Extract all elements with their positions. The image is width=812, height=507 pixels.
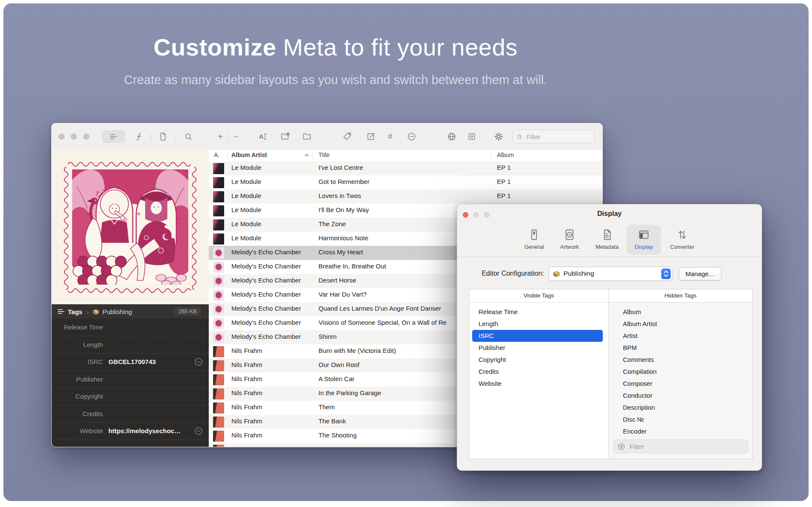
visible-tag-item[interactable]: Copyright <box>469 354 608 366</box>
track-artist: Nils Frahm <box>231 361 310 368</box>
hidden-tag-item[interactable]: Artist <box>609 330 752 342</box>
visible-tag-item[interactable]: ISRC <box>472 330 603 342</box>
folder-icon[interactable] <box>302 131 312 142</box>
toolbar-separator <box>151 133 151 140</box>
column-header-album-artist[interactable]: Album Artist <box>231 152 267 158</box>
panel-headers: Visible Tags Hidden Tags <box>469 289 752 303</box>
toolbar-filter-input[interactable] <box>526 133 583 141</box>
tags-filter-field[interactable] <box>613 440 748 453</box>
hidden-tags-header: Hidden Tags <box>609 292 752 299</box>
remove-tag-icon[interactable] <box>406 131 417 142</box>
album-art-thumb <box>213 346 224 357</box>
tag-field-label: Publisher <box>52 376 103 383</box>
hidden-tag-item[interactable]: Album Artist <box>609 318 752 330</box>
breadcrumb-root[interactable]: Tags <box>68 308 82 315</box>
tag-field-row[interactable]: ISRC GBCEL1700743 <box>52 353 209 371</box>
hidden-tag-item[interactable]: Encoder <box>609 425 752 437</box>
package-icon <box>553 270 560 277</box>
tag-field-label: Credits <box>52 410 103 417</box>
search-icon[interactable] <box>183 131 193 142</box>
document-icon[interactable] <box>158 131 168 142</box>
column-header-album[interactable]: Album <box>497 152 514 158</box>
hero-text: Customize Meta to fit your needs Create … <box>0 33 671 87</box>
visible-tag-item[interactable]: Release Time <box>469 306 608 318</box>
breadcrumb-current[interactable]: Publishing <box>102 308 132 315</box>
hidden-tag-item[interactable]: Compilation <box>609 366 752 378</box>
remove-tag-icon[interactable] <box>194 427 203 435</box>
remove-tag-icon[interactable] <box>194 358 203 366</box>
tag-icon[interactable] <box>342 131 353 142</box>
hidden-tags-list: AlbumAlbum ArtistArtistBPMCommentsCompil… <box>609 306 752 437</box>
zoom-button[interactable] <box>83 134 89 140</box>
sidebar-layout-icon <box>108 131 119 142</box>
tab-label: Metadata <box>590 244 624 250</box>
table-row[interactable]: Le Module Got to Remember EP 1 <box>209 175 603 189</box>
tab-metadata[interactable]: Metadata <box>590 225 624 255</box>
track-artist: Nils Frahm <box>231 389 310 396</box>
artwork-disc-icon <box>563 228 576 241</box>
hidden-tag-item[interactable]: BPM <box>609 342 752 354</box>
track-artist: Melody's Echo Chamber <box>231 291 310 298</box>
track-title: Lovers in Twos <box>318 192 491 199</box>
settings-icon[interactable] <box>494 131 504 142</box>
dropdown-stepper[interactable] <box>661 268 671 279</box>
visible-tag-item[interactable]: Length <box>469 318 608 330</box>
table-row[interactable]: Le Module Lovers in Twos EP 1 <box>209 189 603 204</box>
tags-filter-input[interactable] <box>629 443 733 451</box>
hidden-tag-item[interactable]: Comments <box>609 354 752 366</box>
hidden-tag-item[interactable]: Conductor <box>609 390 752 402</box>
visible-tag-item[interactable]: Website <box>469 378 608 390</box>
visible-tag-item[interactable]: Credits <box>469 366 608 378</box>
tab-artwork[interactable]: Artwork <box>552 225 587 255</box>
tab-converter[interactable]: Converter <box>665 225 699 255</box>
track-album: EP 1 <box>497 192 597 199</box>
tag-field-row[interactable]: Copyright <box>52 388 209 405</box>
tag-field-row[interactable]: Length <box>52 336 209 354</box>
track-number-icon[interactable]: # <box>385 131 395 142</box>
album-art-thumb <box>213 233 224 245</box>
track-artist: Nils Frahm <box>231 403 310 411</box>
tab-display[interactable]: Display <box>627 225 661 255</box>
edit-icon[interactable] <box>366 131 376 142</box>
tag-field-row[interactable]: Release Time <box>52 319 209 336</box>
minimize-button[interactable] <box>71 134 77 140</box>
track-artist: Nils Frahm <box>231 347 310 354</box>
page-subtitle: Create as many sidebar layouts as you wi… <box>0 73 671 87</box>
add-icon[interactable]: + <box>215 131 225 142</box>
column-divider[interactable] <box>312 152 313 160</box>
hidden-tag-item[interactable]: Album <box>609 306 752 318</box>
new-folder-icon[interactable] <box>280 131 290 142</box>
tab-general[interactable]: General <box>517 225 551 255</box>
column-divider[interactable] <box>491 152 491 160</box>
hidden-tag-item[interactable]: Description <box>609 402 752 414</box>
remove-icon[interactable]: − <box>231 131 241 142</box>
toolbar-filter-field[interactable] <box>513 130 595 143</box>
tag-field-row[interactable]: Publisher <box>52 371 209 388</box>
web-icon[interactable] <box>447 131 457 142</box>
rename-icon[interactable]: A <box>258 131 268 142</box>
album-art-thumb <box>213 177 224 188</box>
display-preferences-dialog: Display General Artwork Metadata Display… <box>457 204 762 471</box>
manage-button[interactable]: Manage… <box>679 267 721 280</box>
column-divider[interactable] <box>227 152 228 160</box>
album-art-thumb <box>213 360 224 371</box>
editor-configuration-dropdown[interactable]: Publishing <box>549 267 672 281</box>
track-artist: Le Module <box>231 234 310 242</box>
column-header-title[interactable]: Title <box>318 152 330 158</box>
track-album: EP 1 <box>497 178 597 185</box>
snippets-icon[interactable] <box>134 131 144 142</box>
filter-icon <box>618 443 625 450</box>
hidden-tag-item[interactable]: Disc № <box>609 414 752 425</box>
tag-field-row[interactable]: Credits <box>52 405 209 423</box>
toolbar-separator <box>175 133 176 140</box>
breadcrumb: Tags › Publishing 265 KB <box>52 304 209 319</box>
tag-field-row[interactable]: Website https://melodysechoc… <box>52 422 209 440</box>
file-size-badge: 265 KB <box>174 307 201 316</box>
track-artist: Nils Frahm <box>231 431 310 439</box>
column-header-artwork[interactable]: A. <box>214 152 219 158</box>
hidden-tag-item[interactable]: Composer <box>609 378 752 390</box>
visible-tag-item[interactable]: Publisher <box>469 342 608 354</box>
table-row[interactable]: Le Module I've Lost Centre EP 1 <box>209 161 603 175</box>
close-button[interactable] <box>58 134 64 140</box>
artwork-frame-icon[interactable] <box>467 131 477 142</box>
